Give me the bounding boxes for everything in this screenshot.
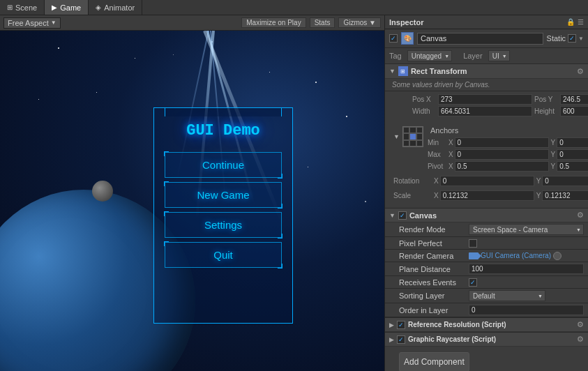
rect-transform-arrow-icon: ▼ bbox=[389, 68, 395, 75]
static-label: Static bbox=[547, 34, 566, 43]
tab-game[interactable]: ▶ Game bbox=[45, 0, 89, 15]
tab-scene-label: Scene bbox=[15, 3, 37, 12]
tab-scene[interactable]: ⊞ Scene bbox=[0, 0, 45, 15]
scale-y-input[interactable] bbox=[542, 190, 588, 201]
reference-resolution-title: Reference Resolution (Script) bbox=[408, 321, 574, 328]
pos-x-label: Pos X bbox=[412, 96, 437, 103]
max-x-input[interactable] bbox=[455, 149, 549, 160]
reference-resolution-section: ▶ Reference Resolution (Script) ⚙ bbox=[385, 317, 588, 332]
min-label: Min bbox=[428, 139, 448, 146]
order-in-layer-input[interactable] bbox=[469, 305, 584, 315]
render-mode-row: Render Mode Screen Space - Camera bbox=[385, 222, 588, 237]
width-input[interactable] bbox=[438, 106, 532, 116]
tag-dropdown[interactable]: Untagged bbox=[407, 50, 452, 61]
render-camera-picker[interactable] bbox=[553, 252, 561, 260]
new-game-button[interactable]: New Game bbox=[165, 182, 282, 208]
scale-x-input[interactable] bbox=[440, 190, 534, 201]
static-dropdown-icon[interactable]: ▼ bbox=[578, 36, 584, 42]
stats-button[interactable]: Stats bbox=[310, 17, 336, 28]
camera-name: GUI Camera (Camera) bbox=[481, 252, 551, 259]
ref-res-gear-icon[interactable]: ⚙ bbox=[577, 320, 584, 329]
graphic-raycaster-title: Graphic Raycaster (Script) bbox=[408, 335, 574, 343]
graphic-raycaster-gear-icon[interactable]: ⚙ bbox=[577, 335, 584, 344]
inspector-title: Inspector bbox=[389, 18, 424, 26]
rect-transform-header[interactable]: ▼ ⊞ Rect Transform ⚙ bbox=[385, 64, 588, 79]
static-checkbox[interactable] bbox=[568, 34, 576, 43]
rect-transform-title: Rect Transform bbox=[411, 67, 574, 75]
quit-button[interactable]: Quit bbox=[165, 242, 282, 268]
min-y-input[interactable] bbox=[557, 137, 588, 148]
maximize-on-play-button[interactable]: Maximize on Play bbox=[241, 17, 306, 28]
menu-icon[interactable]: ☰ bbox=[578, 18, 584, 26]
main-content: Free Aspect ▼ Maximize on Play Stats Giz… bbox=[0, 15, 588, 371]
rect-transform-icon: ⊞ bbox=[398, 66, 408, 76]
graphic-raycaster-header[interactable]: ▶ Graphic Raycaster (Script) ⚙ bbox=[385, 333, 588, 347]
active-toggle[interactable] bbox=[389, 34, 398, 43]
pos-x-input[interactable] bbox=[438, 94, 532, 105]
pivot-x-input[interactable] bbox=[455, 161, 549, 172]
reference-resolution-header[interactable]: ▶ Reference Resolution (Script) ⚙ bbox=[385, 318, 588, 332]
ref-res-arrow-icon: ▶ bbox=[389, 321, 394, 328]
graphic-raycaster-section: ▶ Graphic Raycaster (Script) ⚙ bbox=[385, 332, 588, 347]
pivot-y-input[interactable] bbox=[557, 161, 588, 172]
aspect-label: Free Aspect bbox=[8, 19, 49, 27]
pivot-row: Pivot X Y bbox=[428, 161, 588, 172]
lock-icon[interactable]: 🔒 bbox=[566, 18, 575, 26]
height-input[interactable] bbox=[560, 106, 588, 116]
anchor-max-row: Max X Y bbox=[428, 149, 588, 160]
plane-distance-label: Plane Distance bbox=[399, 265, 469, 273]
render-mode-value[interactable]: Screen Space - Camera bbox=[469, 224, 584, 235]
inspector-body: 🎨 Static ▼ Tag Untagged Layer UI ▼ ⊞ Rec… bbox=[385, 29, 588, 371]
graphic-raycaster-arrow-icon: ▶ bbox=[389, 336, 394, 343]
pos-y-input[interactable] bbox=[560, 94, 588, 105]
inspector-header: Inspector 🔒 ☰ bbox=[385, 15, 588, 29]
ref-res-enabled-checkbox[interactable] bbox=[397, 321, 405, 329]
pivot-label: Pivot bbox=[428, 162, 448, 170]
anchor-grid[interactable] bbox=[402, 126, 423, 147]
sorting-layer-dropdown[interactable]: Default bbox=[469, 290, 545, 301]
render-mode-dropdown[interactable]: Screen Space - Camera bbox=[469, 224, 584, 235]
plane-distance-input[interactable] bbox=[469, 264, 584, 274]
anchors-arrow-icon: ▼ bbox=[393, 133, 400, 140]
max-y-input[interactable] bbox=[557, 149, 588, 160]
receives-events-row: Receives Events bbox=[385, 276, 588, 289]
tag-layer-row: Tag Untagged Layer UI bbox=[385, 48, 588, 64]
graphic-raycaster-enabled-checkbox[interactable] bbox=[397, 335, 405, 344]
gizmos-button[interactable]: Gizmos ▼ bbox=[338, 17, 381, 28]
object-header: 🎨 Static ▼ bbox=[385, 29, 588, 48]
aspect-selector[interactable]: Free Aspect ▼ bbox=[3, 17, 61, 29]
scale-label: Scale bbox=[393, 192, 432, 199]
canvas-arrow-icon: ▼ bbox=[389, 212, 395, 219]
rotation-label: Rotation bbox=[393, 177, 432, 185]
order-in-layer-label: Order in Layer bbox=[399, 306, 469, 315]
ui-title: GUI Demo bbox=[154, 108, 292, 148]
camera-icon bbox=[469, 252, 478, 259]
static-toggle: Static ▼ bbox=[547, 34, 584, 43]
canvas-header[interactable]: ▼ Canvas ⚙ bbox=[385, 209, 588, 222]
object-icon: 🎨 bbox=[401, 32, 414, 45]
pixel-perfect-row: Pixel Perfect bbox=[385, 237, 588, 250]
tab-bar: ⊞ Scene ▶ Game ◈ Animator bbox=[0, 0, 588, 15]
anchors-section: ▼ Anchors Min X bbox=[385, 121, 588, 208]
sorting-layer-row: Sorting Layer Default bbox=[385, 289, 588, 303]
settings-button[interactable]: Settings bbox=[165, 212, 282, 238]
rot-y-input[interactable] bbox=[542, 176, 588, 186]
pixel-perfect-label: Pixel Perfect bbox=[399, 239, 469, 248]
object-name-input[interactable] bbox=[417, 33, 543, 45]
rect-transform-gear-icon[interactable]: ⚙ bbox=[577, 67, 584, 76]
rot-x-input[interactable] bbox=[440, 176, 534, 186]
canvas-enabled-checkbox[interactable] bbox=[398, 211, 407, 220]
width-label: Width bbox=[412, 107, 437, 115]
layer-dropdown[interactable]: UI bbox=[488, 50, 510, 61]
receives-events-label: Receives Events bbox=[399, 278, 469, 287]
pixel-perfect-checkbox[interactable] bbox=[469, 239, 477, 248]
tab-animator[interactable]: ◈ Animator bbox=[89, 0, 142, 15]
add-component-button[interactable]: Add Component bbox=[399, 352, 469, 371]
min-x-input[interactable] bbox=[455, 137, 549, 148]
tab-animator-label: Animator bbox=[104, 3, 135, 12]
ui-panel: GUI Demo Continue New Game Settings Quit bbox=[153, 107, 293, 324]
continue-button[interactable]: Continue bbox=[165, 152, 282, 178]
tag-label: Tag bbox=[389, 52, 402, 60]
canvas-gear-icon[interactable]: ⚙ bbox=[577, 211, 584, 220]
receives-events-checkbox[interactable] bbox=[469, 278, 477, 287]
